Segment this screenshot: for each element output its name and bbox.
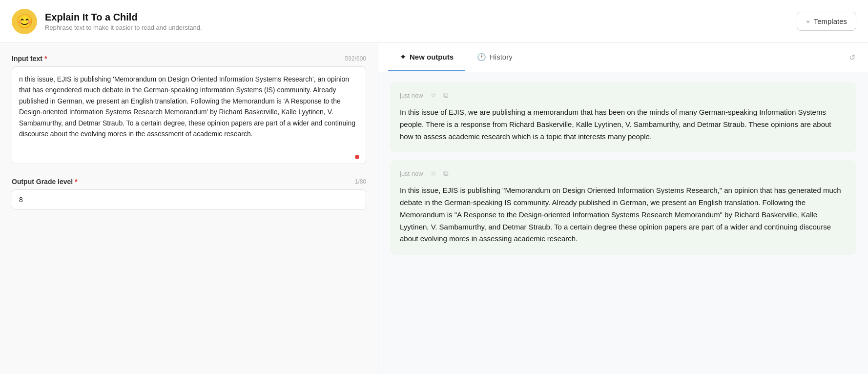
card-star-button-1[interactable]: ☆ xyxy=(428,90,438,101)
tab-history-label: History xyxy=(490,53,513,61)
tabs-bar: ✦ New outputs 🕐 History ↺ xyxy=(378,43,868,72)
tab-new-outputs-label: New outputs xyxy=(410,53,454,61)
templates-button-label: Templates xyxy=(814,17,847,25)
tab-new-outputs[interactable]: ✦ New outputs xyxy=(388,44,465,71)
card-text-1: In this issue of EJIS, we are publishing… xyxy=(400,106,847,143)
header-left: 😊 Explain It To a Child Rephrase text to… xyxy=(12,9,202,34)
input-text-section: Input text * 592/600 xyxy=(12,55,366,166)
grade-char-count: 1/80 xyxy=(355,178,366,185)
card-copy-button-2[interactable]: ⧉ xyxy=(441,168,451,179)
output-card-2: just now ☆ ⧉ In this issue, EJIS is publ… xyxy=(390,160,856,255)
card-meta-1: just now ☆ ⧉ xyxy=(400,90,847,101)
card-timestamp-1: just now xyxy=(400,92,423,99)
templates-button[interactable]: « Templates xyxy=(797,12,856,31)
card-star-button-2[interactable]: ☆ xyxy=(428,168,438,179)
input-text-wrapper xyxy=(12,66,366,166)
new-outputs-icon: ✦ xyxy=(400,53,406,62)
card-text-2: In this issue, EJIS is publishing "Memor… xyxy=(400,185,847,245)
input-text-input[interactable] xyxy=(12,66,366,164)
header: 😊 Explain It To a Child Rephrase text to… xyxy=(0,0,868,43)
grade-input[interactable] xyxy=(12,189,366,210)
validation-dot xyxy=(355,155,359,159)
app-icon: 😊 xyxy=(12,9,37,34)
input-text-required: * xyxy=(44,55,47,62)
chevron-left-icon: « xyxy=(806,18,809,25)
left-panel: Input text * 592/600 Output Grade level … xyxy=(0,43,378,374)
app-title-block: Explain It To a Child Rephrase text to m… xyxy=(45,11,202,31)
input-text-label: Input text * xyxy=(12,55,47,62)
input-text-field-header: Input text * 592/600 xyxy=(12,55,366,62)
right-panel: ✦ New outputs 🕐 History ↺ just now ☆ xyxy=(378,43,868,374)
output-card-1: just now ☆ ⧉ In this issue of EJIS, we a… xyxy=(390,82,856,152)
card-meta-2: just now ☆ ⧉ xyxy=(400,168,847,179)
card-actions-1: ☆ ⧉ xyxy=(428,90,451,101)
app-subtitle: Rephrase text to make it easier to read … xyxy=(45,24,202,31)
grade-label: Output Grade level * xyxy=(12,178,78,186)
app-title: Explain It To a Child xyxy=(45,11,202,23)
refresh-button[interactable]: ↺ xyxy=(846,50,858,65)
grade-required: * xyxy=(75,178,77,186)
outputs-scroll: just now ☆ ⧉ In this issue of EJIS, we a… xyxy=(378,72,868,374)
grade-field-header: Output Grade level * 1/80 xyxy=(12,178,366,186)
main-layout: Input text * 592/600 Output Grade level … xyxy=(0,43,868,374)
refresh-icon: ↺ xyxy=(849,53,855,62)
card-copy-button-1[interactable]: ⧉ xyxy=(441,90,451,101)
card-actions-2: ☆ ⧉ xyxy=(428,168,451,179)
tabs-left: ✦ New outputs 🕐 History xyxy=(388,44,524,71)
tab-history[interactable]: 🕐 History xyxy=(465,44,524,71)
grade-level-section: Output Grade level * 1/80 xyxy=(12,178,366,210)
history-icon: 🕐 xyxy=(477,53,486,62)
card-timestamp-2: just now xyxy=(400,170,423,177)
input-text-char-count: 592/600 xyxy=(345,55,366,62)
